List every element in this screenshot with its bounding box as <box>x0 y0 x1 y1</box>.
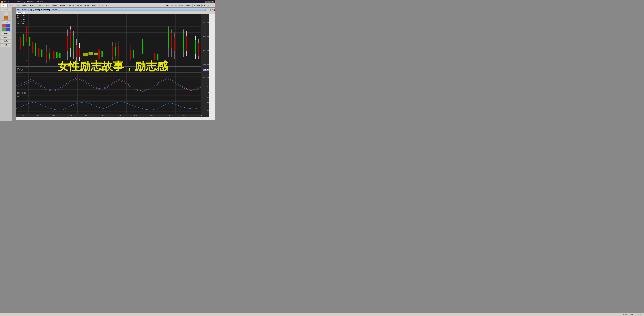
rsi-label: RSI <box>17 96 20 97</box>
title-text: 11:32:14 P002 174856 - CQG Integrated Cl… <box>4 1 206 3</box>
menu-ts[interactable]: T&S <box>15 4 21 7</box>
rescl-button[interactable]: ReSc! <box>0 32 11 35</box>
low-value: L= 115.65 <box>17 19 25 21</box>
current-price-badge: 119.40 <box>203 69 209 71</box>
svg-text:2012: 2012 <box>166 115 170 116</box>
menu-quote[interactable]: Quote <box>8 4 15 7</box>
intd-button[interactable]: <IntD> <box>0 40 11 43</box>
prev-page-button[interactable]: ◄ <box>170 4 174 7</box>
icon-green-cross[interactable]: ✚ <box>2 28 6 31</box>
close-button[interactable]: ✕ <box>212 1 214 3</box>
svg-text:1988: 1988 <box>68 115 72 116</box>
icon-blue-cross-2[interactable]: ✚ <box>6 28 10 31</box>
next-page-button[interactable]: ► <box>174 4 178 7</box>
close-value: C= 119.40 <box>17 21 25 23</box>
rsi-chart: RSI RSI= 50.50 50.5 75 25 <box>16 95 209 117</box>
chart-win-controls: 🔍 — □ ✕ <box>206 9 215 11</box>
icon-blue-cross[interactable]: ✚ <box>6 24 10 28</box>
exit-button[interactable]: Exit <box>202 4 206 7</box>
svg-text:1976: 1976 <box>21 115 24 116</box>
support-button[interactable]: Support <box>184 4 193 7</box>
icon-row-3: ✚ ✚ <box>0 28 12 31</box>
link-icon[interactable]: ⬡ <box>4 16 8 20</box>
chart-window: KCE - Coffee (ICE), Quarterly (Delayed b… <box>16 8 215 120</box>
left-nav: + + <box>26 59 28 68</box>
ssk-value: SSK= 45.22 <box>17 91 26 93</box>
svg-text:1980: 1980 <box>36 115 39 116</box>
stoch-label: SStoc <box>17 73 22 75</box>
menu-allcon[interactable]: AllCon <box>59 4 66 7</box>
svg-text:2000: 2000 <box>117 115 121 116</box>
chart-title: KCE - Coffee (ICE), Quarterly (Delayed b… <box>17 9 206 11</box>
chart-maximize-btn[interactable]: □ <box>211 9 213 11</box>
chart-search-btn[interactable]: 🔍 <box>206 9 208 11</box>
sidebar: Setup 🖨 ⬡ ◁ ▷ ✚ ✚ ✚ ✚ ReSc! Studies <Int… <box>0 7 12 121</box>
app-icon <box>1 1 3 3</box>
menu-more[interactable]: More <box>104 4 111 7</box>
page-button[interactable]: Page <box>164 4 170 7</box>
menu-alert[interactable]: Alert <box>45 4 51 7</box>
svg-text:1992: 1992 <box>84 115 88 116</box>
menu-mscan[interactable]: MScan <box>28 4 36 7</box>
title-bar: 11:32:14 P002 174856 - CQG Integrated Cl… <box>0 0 215 3</box>
lock-button[interactable]: 🔒 <box>206 4 211 7</box>
stoch-75: 75 <box>207 86 209 88</box>
high-value: H= 119.75 <box>17 17 25 19</box>
help-button[interactable]: ? <box>211 4 214 7</box>
menu-ordtkt[interactable]: OrdTkt <box>75 4 83 7</box>
menu-bar: Chart Quote T&S Status MScan SupSrv Aler… <box>0 3 215 7</box>
icon-left-1[interactable]: ◁ <box>2 20 6 24</box>
setup-button[interactable]: Setup <box>0 8 11 11</box>
svg-text:1984: 1984 <box>52 115 56 116</box>
chart-body[interactable]: O= 115.65 H= 119.75 L= 115.65 C= 119.40 … <box>16 14 209 117</box>
chart-tab-bar: KCE_Q <box>16 11 215 14</box>
menu-trade[interactable]: Trade <box>90 4 97 7</box>
time-axis: 1976 1980 1984 1988 1992 1996 2000 2004 … <box>16 114 209 117</box>
icon-row-2: ✚ ✚ <box>0 24 12 28</box>
svg-text:2008: 2008 <box>150 115 153 116</box>
price-200: 200.00 <box>203 50 209 52</box>
menu-options[interactable]: Options <box>66 4 75 7</box>
time-axis-svg: 1976 1980 1984 1988 1992 1996 2000 2004 … <box>18 114 208 117</box>
window-button[interactable]: Window <box>193 4 201 7</box>
chart-minimize-btn[interactable]: — <box>208 9 210 11</box>
print-icon[interactable]: 🖨 <box>4 12 8 15</box>
chart-titlebar: KCE - Coffee (ICE), Quarterly (Delayed b… <box>16 8 215 11</box>
stoch-values: SSK= 45.22 SSD= 36.14 <box>17 91 26 95</box>
chart-container: + + KCE - Coffee (ICE), Quarterly (Delay… <box>12 7 215 121</box>
price-150: 150.00 <box>203 64 209 66</box>
menu-chart[interactable]: Chart <box>0 4 8 7</box>
menu-rfqs[interactable]: RFQs <box>97 4 104 7</box>
chart-close-btn[interactable]: ✕ <box>214 9 215 11</box>
price-100: 100.00 <box>203 77 209 79</box>
menu-status[interactable]: Status <box>21 4 28 7</box>
ohlc-info: O= 115.65 H= 119.75 L= 115.65 C= 119.40 … <box>17 15 25 25</box>
studies-button[interactable]: Studies <box>0 36 11 39</box>
menu-news[interactable]: News <box>83 4 90 7</box>
minimize-button[interactable]: — <box>206 1 208 3</box>
price-250: 250.00 <box>203 36 209 38</box>
menu-supsrv[interactable]: SupSrv <box>36 4 45 7</box>
icon-red-cross[interactable]: ✚ <box>2 24 6 28</box>
list-button[interactable]: <list> <box>0 43 11 47</box>
open-value: O= 115.65 <box>17 15 25 17</box>
nav-dot-up[interactable]: + <box>26 59 28 62</box>
price-axis-panel: 300.00 250.00 200.00 150.00 119.40 100.0… <box>201 14 209 114</box>
right-controls: Page ◄ ► Save Support Window Exit 🔒 ? <box>164 3 215 7</box>
stoch-0: 0 <box>208 92 209 94</box>
svg-text:2004: 2004 <box>134 115 137 116</box>
price-300: 300.00 <box>203 22 209 24</box>
maximize-button[interactable]: □ <box>208 1 211 3</box>
chart-tab-kce[interactable]: KCE_Q <box>17 12 25 14</box>
icon-right-1[interactable]: ▷ <box>6 20 10 24</box>
main-area: Setup 🖨 ⬡ ◁ ▷ ✚ ✚ ✚ ✚ ReSc! Studies <Int… <box>0 7 215 121</box>
svg-text:2016: 2016 <box>182 115 186 116</box>
nav-dot-down[interactable]: + <box>26 66 28 68</box>
menu-snapq[interactable]: SnapQ <box>51 4 59 7</box>
svg-text:1996: 1996 <box>101 115 104 116</box>
save-button[interactable]: Save <box>178 4 184 7</box>
ssd-value: SSD= 36.14 <box>17 93 26 95</box>
change-value: Δ= +3.85 <box>17 23 25 25</box>
stoch-25: 25 <box>207 97 209 99</box>
main-price-chart: O= 115.65 H= 119.75 L= 115.65 C= 119.40 … <box>16 14 209 73</box>
